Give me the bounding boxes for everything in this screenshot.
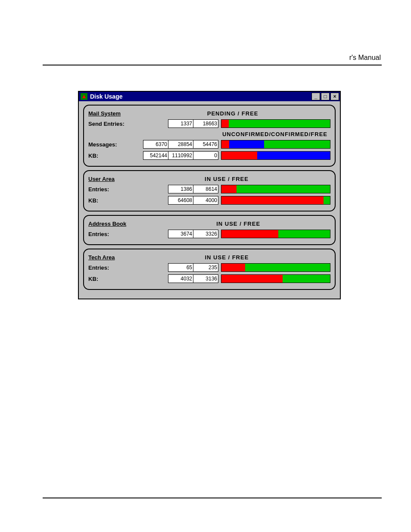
- value-cell: 235: [193, 263, 218, 272]
- label-mail-kb: KB:: [88, 152, 143, 159]
- bar-segment: [221, 120, 229, 128]
- value-cell: 3136: [193, 274, 218, 283]
- bar-segment: [221, 230, 278, 238]
- page-header-right: r's Manual: [349, 54, 381, 62]
- app-icon: [81, 93, 87, 100]
- bar-user-entries: [221, 185, 330, 193]
- value-cell: 542144: [143, 151, 168, 160]
- cells-mail-kb: 54214411109920: [143, 151, 218, 160]
- footer-rule: [43, 498, 382, 498]
- bar-user-kb: [221, 196, 330, 205]
- row-messages: Messages: 63702885454476: [88, 139, 330, 149]
- value-cell: 4000: [193, 196, 218, 205]
- bar-mail-kb: [221, 151, 330, 160]
- header-rule: [43, 65, 382, 65]
- value-cell: 4032: [168, 274, 193, 283]
- cells-user-kb: 646084000: [168, 196, 218, 205]
- legend-mail-pending-free: PENDING / FREE: [177, 110, 288, 117]
- bar-segment: [245, 264, 330, 271]
- value-cell: 1337: [168, 119, 193, 128]
- cells-user-entries: 13868614: [168, 185, 218, 193]
- panel-address-book: Address Book IN USE / FREE Entries: 3674…: [83, 215, 336, 245]
- maximize-button[interactable]: □: [321, 93, 330, 100]
- row-send-entries: Send Entries: 133718663: [88, 118, 330, 129]
- bar-segment: [221, 152, 257, 159]
- bar-segment: [229, 120, 330, 128]
- title-bar[interactable]: Disk Usage _ □ ×: [79, 92, 340, 101]
- row-user-kb: KB: 646084000: [88, 195, 330, 205]
- bar-segment: [221, 264, 245, 271]
- bar-segment: [283, 275, 330, 283]
- bar-segment: [257, 152, 330, 159]
- section-title-tech: Tech Area: [88, 254, 115, 261]
- section-title-addr: Address Book: [88, 221, 126, 227]
- cells-tech-kb: 40323136: [168, 274, 218, 283]
- value-cell: 0: [193, 151, 218, 160]
- bar-segment: [221, 275, 283, 283]
- bar-segment: [229, 140, 264, 148]
- panel-tech-area: Tech Area IN USE / FREE Entries: 65235 K…: [83, 249, 336, 290]
- bar-segment: [264, 140, 330, 148]
- legend-mail-unconf-conf-free: UNCONFIRMED/CONFIRMED/FREE: [219, 131, 330, 137]
- label-messages: Messages:: [88, 141, 143, 148]
- value-cell: 1110992: [168, 151, 193, 160]
- label-tech-entries: Entries:: [88, 264, 144, 271]
- bar-tech-entries: [221, 263, 330, 272]
- value-cell: 1386: [168, 185, 193, 193]
- row-user-entries: Entries: 13868614: [88, 184, 330, 194]
- cells-addr-entries: 36743326: [168, 230, 218, 238]
- value-cell: 28854: [168, 140, 193, 149]
- value-cell: 3326: [193, 230, 218, 238]
- close-button[interactable]: ×: [330, 93, 339, 100]
- panel-mail-system: Mail System PENDING / FREE Send Entries:…: [83, 105, 336, 167]
- value-cell: 8614: [193, 185, 218, 193]
- panel-user-area: User Area IN USE / FREE Entries: 1386861…: [83, 170, 336, 212]
- bar-messages: [221, 140, 330, 149]
- bar-addr-entries: [221, 230, 330, 238]
- label-tech-kb: KB:: [88, 276, 144, 282]
- minimize-button[interactable]: _: [311, 93, 320, 100]
- disk-usage-window: Disk Usage _ □ × Mail System PENDING / F…: [78, 91, 341, 299]
- cells-messages: 63702885454476: [143, 140, 218, 149]
- label-send-entries: Send Entries:: [88, 121, 144, 127]
- window-title: Disk Usage: [90, 93, 122, 100]
- value-cell: 65: [168, 263, 193, 272]
- label-user-kb: KB:: [88, 197, 144, 204]
- label-addr-entries: Entries:: [88, 231, 144, 237]
- value-cell: 18663: [193, 119, 218, 128]
- bar-segment: [221, 185, 237, 193]
- legend-user: IN USE / FREE: [171, 176, 282, 182]
- label-user-entries: Entries:: [88, 186, 144, 193]
- row-addr-entries: Entries: 36743326: [88, 229, 330, 239]
- value-cell: 64608: [168, 196, 193, 205]
- bar-segment: [221, 140, 229, 148]
- bar-send-entries: [221, 119, 330, 128]
- value-cell: 54476: [193, 140, 218, 149]
- row-mail-kb: KB: 54214411109920: [88, 150, 330, 161]
- bar-tech-kb: [221, 274, 330, 283]
- cells-send-entries: 133718663: [168, 119, 218, 128]
- value-cell: 3674: [168, 230, 193, 238]
- bar-segment: [324, 196, 330, 204]
- legend-addr: IN USE / FREE: [183, 221, 294, 227]
- row-tech-entries: Entries: 65235: [88, 262, 330, 273]
- bar-segment: [278, 230, 330, 238]
- bar-segment: [221, 196, 324, 204]
- cells-tech-entries: 65235: [168, 263, 218, 272]
- section-title-mail: Mail System: [88, 110, 121, 117]
- legend-tech: IN USE / FREE: [171, 254, 282, 261]
- row-tech-kb: KB: 40323136: [88, 274, 330, 284]
- value-cell: 6370: [143, 140, 168, 149]
- section-title-user: User Area: [88, 176, 115, 182]
- bar-segment: [237, 185, 330, 193]
